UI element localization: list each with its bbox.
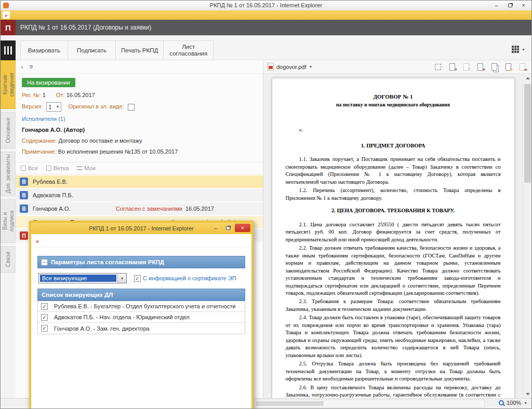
visa-scope-select[interactable]: Все визирующие ▼ (38, 273, 127, 283)
collapse-icon[interactable]: – (42, 260, 47, 265)
scrollbar-thumb[interactable] (256, 401, 324, 406)
restore-icon (226, 226, 230, 230)
original-electronic-checkbox[interactable] (128, 104, 135, 111)
dialog-restore-button[interactable] (222, 224, 234, 232)
expand-panel-icon[interactable]: › (21, 63, 23, 71)
approver-text: Рублева Е.В. - Бухгалтер - Отдел бухгалт… (54, 303, 235, 309)
window-title: РКПД № 1 от 16.05.2017 - Internet Explor… (1, 2, 531, 8)
edit-page-icon[interactable]: ✎ (461, 62, 471, 72)
chevron-down-icon: ▼ (522, 48, 525, 51)
browser-window: РКПД № 1 от 16.05.2017 - Internet Explor… (0, 0, 532, 409)
dialog-titlebar: РКПД 1 от 16.05.2017 - Internet Explorer… (31, 223, 251, 234)
export-page-icon[interactable]: ➔ (517, 62, 527, 72)
tab-svyazi[interactable]: Связи (1, 246, 16, 273)
approver-checkbox[interactable]: ✓ (41, 325, 48, 332)
tab-vizy-i-podpisi[interactable]: Визы и подписи (1, 199, 16, 243)
app-logo: П (1, 20, 16, 35)
sign-button[interactable]: Подписать (68, 40, 116, 60)
scroll-down-icon[interactable] (523, 390, 532, 398)
minimize-icon: – (495, 2, 498, 8)
note-value: Во исполнения решения №135 от 10.05.2017 (58, 148, 178, 155)
panel-menu-icon[interactable]: ≡ (29, 63, 33, 71)
visa-row[interactable]: В Адвокатов П.Б. (16, 189, 263, 201)
dialog-close-button[interactable]: × (235, 224, 250, 232)
dialog-icon-row: e (31, 234, 251, 248)
approver-row[interactable]: ✓ Рублева Е.В. - Бухгалтер - Отдел бухга… (38, 301, 245, 312)
approver-checkbox[interactable]: ✓ (41, 314, 48, 321)
tab-kratkie-svedeniya[interactable]: Краткие сведения (1, 60, 16, 109)
approval-sheet-button[interactable]: Лист согласования (164, 40, 214, 60)
chevron-down-icon: ▼ (121, 277, 124, 280)
pdf-filename: dogovor.pdf (276, 64, 307, 70)
horizontal-scrollbar[interactable] (254, 400, 485, 407)
window-titlebar: РКПД № 1 от 16.05.2017 - Internet Explor… (1, 1, 531, 10)
brand-bar: e (1, 10, 531, 20)
pdf-panel: dogovor.pdf ▼ + ✎ × ✎ ➔ ДОГОВОР № 1 на п… (263, 60, 531, 398)
app-favicon-icon: e (3, 11, 10, 19)
doc-paragraph: 2.5. Отгрузка Товара должна быть произве… (286, 360, 501, 383)
app-header: П РКПД № 1 от 16.05.2017 (Договоры и зая… (1, 20, 531, 35)
restore-button[interactable] (503, 1, 516, 9)
dialog-minimize-button[interactable]: – (210, 224, 221, 232)
executors-link[interactable]: Исполнители (1) (22, 116, 65, 122)
restore-icon (508, 4, 512, 7)
zoom-control[interactable]: 100% ▼ (499, 400, 527, 406)
apps-grid-button[interactable]: ▼ (512, 46, 525, 53)
dialog-section-title: Параметры листа согласования РКПД (51, 259, 164, 265)
page-title: РКПД № 1 от 16.05.2017 (Договоры и заявк… (20, 20, 151, 35)
check-icon: ✓ (135, 276, 139, 281)
filter-my[interactable]: Мои (77, 165, 96, 171)
dialog-section-header: – Параметры листа согласования РКПД (37, 256, 245, 268)
chevron-down-icon: ▼ (56, 103, 59, 111)
tab-osnovnye[interactable]: Основные (1, 112, 16, 148)
add-page-icon[interactable]: + (447, 62, 457, 72)
note-label: Примечание: (22, 148, 57, 155)
approver-row[interactable]: ✓ Гончаров А.О. - Зам. ген. директора (38, 323, 245, 334)
scroll-up-icon[interactable] (523, 74, 532, 82)
reg-number-label: Рег. №: (22, 92, 41, 98)
print-rkpd-button[interactable]: Печать РКПД (116, 40, 164, 60)
minimize-button[interactable]: – (490, 1, 503, 9)
filter-branch[interactable]: Ветка (46, 165, 69, 171)
visa-date: 16.05.2017 (185, 206, 214, 212)
filter-all[interactable]: Все (21, 165, 38, 171)
approval-sheet-dialog: РКПД 1 от 16.05.2017 - Internet Explorer… (29, 221, 254, 409)
doc-paragraph: 2.3. Требования к размерам Товара: соотв… (286, 298, 501, 313)
pdf-viewport: ДОГОВОР № 1 на поставку и монтаж медицин… (263, 74, 523, 398)
vertical-scrollbar[interactable] (523, 74, 531, 398)
check-icon: ✓ (42, 315, 46, 320)
delete-page-icon[interactable]: × (475, 62, 485, 72)
scrollbar-thumb[interactable] (524, 84, 531, 183)
approver-row[interactable]: ✓ Адвокатов П.Б. - Нач. отдела - Юридиче… (38, 312, 245, 323)
main-menu-button[interactable] (1, 40, 16, 60)
approver-checkbox[interactable]: ✓ (41, 303, 48, 310)
visa-row[interactable]: В Гончаров А.О. Согласен с замечаниями 1… (16, 202, 263, 215)
doc-title: ДОГОВОР № 1 (286, 93, 501, 101)
close-icon: × (522, 2, 525, 8)
certificate-label: С информацией о сертификате ЭП (143, 275, 236, 281)
doc-paragraph: 2.2. Товар должен отвечать требованиям к… (286, 244, 501, 297)
zoom-level: 100% (507, 400, 521, 406)
certificate-checkbox[interactable]: ✓ (134, 275, 141, 282)
close-button[interactable]: × (517, 1, 530, 9)
sidebar-tabs: Краткие сведения Основные Доп. реквизиты… (1, 60, 16, 398)
select-arrow-button[interactable]: ▼ (117, 274, 126, 283)
version-select[interactable]: 1 ▼ (46, 102, 61, 112)
visa-row[interactable]: В Рублева Е.В. (16, 175, 263, 188)
minimize-icon: – (214, 225, 217, 231)
approver-text: Гончаров А.О. - Зам. ген. директора (54, 325, 150, 332)
doc-section-heading: 1. ПРЕДМЕТ ДОГОВОРА (286, 142, 501, 149)
pdf-file-dropdown[interactable]: dogovor.pdf ▼ (268, 63, 312, 71)
visa-button[interactable]: Визировать (20, 40, 68, 60)
copy-pages-icon[interactable] (489, 62, 499, 72)
app-favicon-icon: e (34, 237, 41, 244)
visa-badge: В (20, 191, 28, 199)
select-region-icon[interactable] (433, 62, 443, 72)
tab-dop-rekvizity[interactable]: Доп. реквизиты (1, 152, 16, 196)
panel-tools: › ≡ (16, 60, 263, 74)
sign-page-icon[interactable]: ✎ (503, 62, 513, 72)
doc-paragraph: 1.1. Заказчик поручает, а Поставщик прин… (286, 156, 501, 186)
sign-badge: П (20, 231, 28, 240)
chevron-down-icon: ▼ (309, 65, 313, 69)
chevron-down-icon: ▼ (524, 401, 527, 405)
